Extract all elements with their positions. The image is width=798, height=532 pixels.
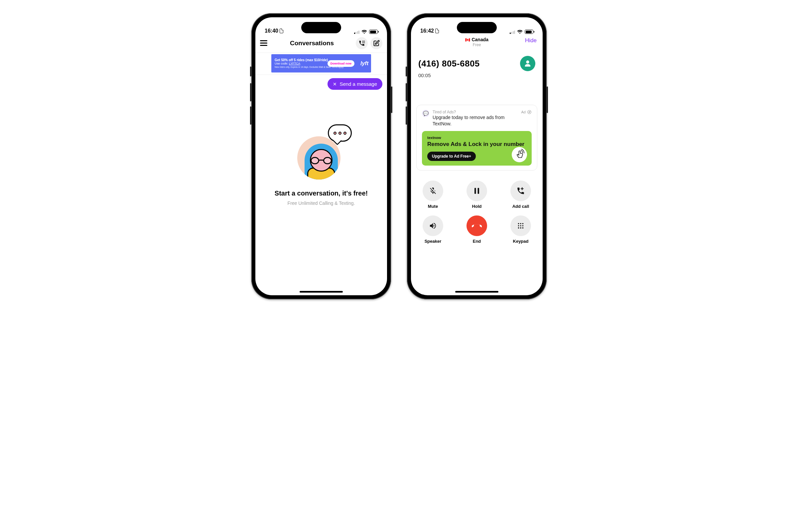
ad-brand: lyft (360, 60, 368, 66)
sim-icon (280, 28, 283, 33)
promo-banner[interactable]: textnow Remove Ads & Lock in your number… (422, 131, 532, 166)
home-indicator[interactable] (300, 291, 343, 292)
svg-point-0 (362, 41, 363, 41)
hold-button[interactable]: Hold (467, 180, 487, 209)
navbar: Conversations (255, 35, 387, 53)
svg-point-19 (520, 227, 521, 229)
menu-icon[interactable] (260, 40, 268, 46)
send-message-label: Send a message (340, 81, 377, 87)
status-time: 16:40 (265, 28, 278, 34)
banner-ad[interactable]: Get 50% off 5 rides (max $10/ride) Use c… (271, 54, 371, 73)
ad-message: Upgrade today to remove ads from TextNow… (433, 114, 518, 127)
battery-icon (525, 30, 533, 34)
svg-point-15 (518, 225, 519, 226)
country-label: Canada (472, 37, 489, 42)
hide-button[interactable]: Hide (525, 37, 537, 44)
call-number: (416) 805-6805 (418, 58, 480, 69)
svg-point-2 (364, 41, 365, 41)
compose-button[interactable] (370, 37, 382, 49)
svg-point-4 (363, 41, 364, 42)
svg-point-6 (362, 42, 363, 43)
promo-cta[interactable]: Upgrade to Ad Free+ (427, 152, 476, 161)
textnow-logo-icon: 💬 (422, 110, 429, 117)
contact-avatar[interactable] (520, 56, 535, 71)
mute-button[interactable]: Mute (423, 180, 443, 209)
phone-frame-left: 16:40 Conversations (251, 13, 391, 299)
screen-conversations: 16:40 Conversations (255, 17, 387, 295)
svg-point-12 (518, 223, 519, 225)
svg-point-18 (518, 227, 519, 229)
ad-fine-print: New riders only. Expires in 14 days. Exc… (274, 66, 368, 68)
promo-headline: Remove Ads & Lock in your number (427, 141, 526, 148)
close-icon[interactable]: ✕ (333, 81, 337, 87)
svg-point-17 (522, 225, 524, 226)
add-call-button[interactable]: Add call (510, 180, 531, 209)
flag-icon: 🇨🇦 (465, 38, 470, 42)
svg-point-20 (522, 227, 524, 229)
home-indicator[interactable] (455, 291, 498, 292)
svg-point-8 (364, 42, 365, 43)
svg-rect-10 (474, 188, 476, 194)
svg-rect-11 (478, 188, 479, 194)
signal-icon (354, 30, 360, 34)
svg-point-13 (520, 223, 521, 225)
promo-brand: textnow (427, 136, 526, 140)
ad-card[interactable]: 💬 Tired of Ads? Upgrade today to remove … (416, 105, 537, 171)
page-title: Conversations (290, 40, 334, 47)
ad-label: Ad (521, 110, 532, 114)
end-call-button[interactable]: End (467, 215, 487, 244)
battery-icon (369, 30, 378, 34)
call-timer: 00:05 (411, 71, 543, 78)
empty-illustration (294, 126, 348, 179)
dialer-button[interactable] (356, 37, 368, 49)
svg-point-16 (520, 225, 521, 226)
speaker-button[interactable]: Speaker (423, 215, 443, 244)
empty-subtitle: Free Unlimited Calling & Texting. (288, 201, 355, 206)
empty-title: Start a conversation, it's free! (274, 190, 368, 197)
wifi-icon (517, 30, 523, 34)
send-message-pill[interactable]: ✕ Send a message (327, 78, 382, 90)
empty-state: Start a conversation, it's free! Free Un… (255, 90, 387, 295)
keypad-button[interactable]: Keypad (510, 215, 531, 244)
svg-point-7 (363, 42, 364, 43)
status-time: 16:42 (420, 28, 434, 34)
svg-point-3 (362, 41, 363, 42)
call-controls: Mute Hold Add call Speaker End Keypad (411, 180, 543, 244)
screen-call: 16:42 🇨🇦 Canada Free Hide (416) 805-6805 (411, 17, 543, 295)
ad-heading: Tired of Ads? (433, 110, 518, 114)
svg-point-1 (363, 41, 364, 41)
wifi-icon (361, 30, 367, 34)
phone-frame-right: 16:42 🇨🇦 Canada Free Hide (416) 805-6805 (407, 13, 547, 299)
tap-icon (512, 147, 527, 162)
ad-cta[interactable]: Download now (327, 60, 355, 67)
svg-point-5 (364, 41, 365, 42)
signal-icon (510, 30, 515, 34)
rate-label: Free (465, 42, 489, 47)
sim-icon (435, 28, 439, 33)
svg-point-14 (522, 223, 524, 225)
call-location: 🇨🇦 Canada Free Hide (411, 35, 543, 49)
